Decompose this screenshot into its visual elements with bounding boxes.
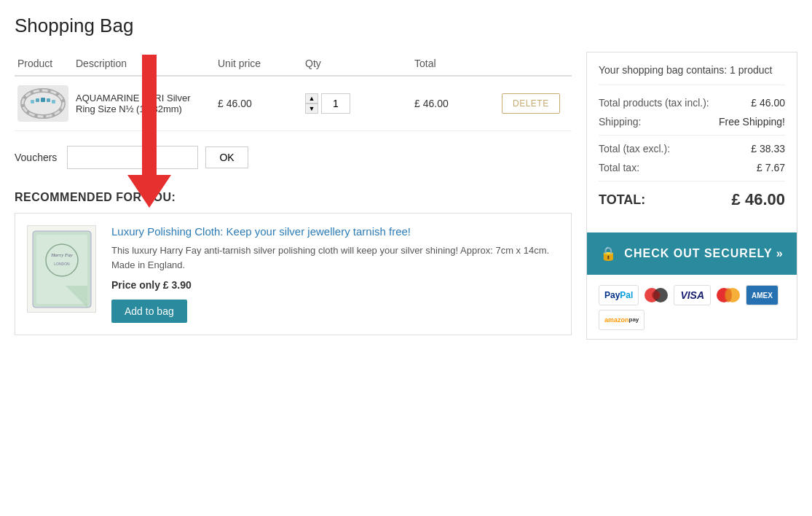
voucher-label: Vouchers bbox=[15, 152, 57, 163]
summary-value-tax: £ 7.67 bbox=[757, 162, 785, 173]
summary-value-products: £ 46.00 bbox=[751, 97, 785, 109]
col-header-description: Description bbox=[73, 52, 215, 76]
qty-input[interactable] bbox=[321, 93, 350, 114]
svg-rect-7 bbox=[41, 98, 45, 102]
product-description: AQUAMARINE LORI Silver Ring Size N½ (17.… bbox=[73, 76, 215, 131]
product-delete-cell: DELETE bbox=[499, 76, 572, 131]
col-header-qty: Qty bbox=[302, 52, 411, 76]
svg-rect-6 bbox=[36, 98, 39, 102]
checkout-button-label: CHECK OUT SECURELY » bbox=[624, 247, 783, 260]
svg-rect-8 bbox=[47, 98, 50, 102]
summary-row-products: Total products (tax incl.): £ 46.00 bbox=[599, 97, 785, 109]
page-title: Shopping Bag bbox=[15, 15, 797, 37]
svg-rect-5 bbox=[31, 100, 34, 103]
product-total: £ 46.00 bbox=[411, 76, 499, 131]
qty-arrows[interactable]: ▲ ▼ bbox=[305, 93, 318, 114]
total-value: £ 46.00 bbox=[732, 190, 785, 209]
col-header-total: Total bbox=[411, 52, 499, 76]
summary-row-tax: Total tax: £ 7.67 bbox=[599, 162, 785, 173]
delete-button[interactable]: DELETE bbox=[502, 93, 560, 114]
col-header-unit-price: Unit price bbox=[215, 52, 302, 76]
recommended-product-image: Harry Fay LONDON bbox=[27, 225, 100, 313]
summary-label-tax-excl: Total (tax excl.): bbox=[599, 143, 670, 155]
summary-value-shipping: Free Shipping! bbox=[719, 116, 785, 128]
summary-label-products: Total products (tax incl.): bbox=[599, 97, 709, 109]
col-header-action bbox=[499, 52, 572, 76]
summary-row-shipping: Shipping: Free Shipping! bbox=[599, 116, 785, 128]
svg-point-21 bbox=[725, 288, 732, 302]
maestro-icon bbox=[643, 286, 669, 304]
recommended-product-content: Luxury Polishing Cloth: Keep your silver… bbox=[111, 225, 559, 323]
qty-down-button[interactable]: ▼ bbox=[305, 103, 318, 114]
voucher-section: Vouchers OK bbox=[15, 146, 572, 169]
bag-info: Your shopping bag contains: 1 product bbox=[599, 64, 785, 85]
voucher-input[interactable] bbox=[67, 146, 198, 169]
recommended-title: RECOMMENDED FOR YOU: bbox=[15, 191, 572, 204]
visa-icon: VISA bbox=[674, 285, 711, 305]
product-image-cell bbox=[15, 76, 73, 131]
summary-label-tax: Total tax: bbox=[599, 162, 639, 173]
add-to-bag-button[interactable]: Add to bag bbox=[111, 300, 187, 323]
recommended-product-price: Price only £ 3.90 bbox=[111, 279, 559, 291]
svg-text:Harry Fay: Harry Fay bbox=[50, 252, 74, 258]
total-label: TOTAL: bbox=[599, 192, 645, 208]
voucher-ok-button[interactable]: OK bbox=[205, 146, 248, 168]
cart-table: Product Description Unit price Qty Total bbox=[15, 52, 572, 131]
summary-label-shipping: Shipping: bbox=[599, 116, 641, 128]
amex-icon: AMEX bbox=[746, 285, 779, 305]
qty-up-button[interactable]: ▲ bbox=[305, 93, 318, 103]
product-image bbox=[17, 85, 68, 122]
lock-icon: 🔒 bbox=[600, 246, 617, 262]
amazon-pay-icon: amazonpay bbox=[599, 310, 645, 330]
total-row: TOTAL: £ 46.00 bbox=[599, 190, 785, 209]
recommended-product-description: This luxury Harry Fay anti-tarnish silve… bbox=[111, 243, 559, 272]
order-summary: Your shopping bag contains: 1 product To… bbox=[586, 52, 797, 343]
table-row: AQUAMARINE LORI Silver Ring Size N½ (17.… bbox=[15, 76, 572, 131]
recommended-section: RECOMMENDED FOR YOU: Harry Fay LONDON bbox=[15, 191, 572, 335]
recommended-card: Harry Fay LONDON Luxury Polishing Cloth:… bbox=[15, 213, 572, 335]
product-qty-cell: ▲ ▼ bbox=[302, 76, 411, 131]
recommended-product-title[interactable]: Luxury Polishing Cloth: Keep your silver… bbox=[111, 225, 559, 238]
mastercard-icon bbox=[715, 286, 741, 304]
summary-row-tax-excl: Total (tax excl.): £ 38.33 bbox=[599, 143, 785, 155]
svg-rect-9 bbox=[52, 100, 55, 103]
payment-icons: PayPal VISA bbox=[587, 285, 797, 339]
paypal-icon: PayPal bbox=[599, 285, 639, 305]
product-unit-price: £ 46.00 bbox=[215, 76, 302, 131]
svg-point-18 bbox=[652, 291, 661, 300]
summary-value-tax-excl: £ 38.33 bbox=[751, 143, 785, 155]
svg-text:LONDON: LONDON bbox=[54, 262, 70, 266]
col-header-product: Product bbox=[15, 52, 73, 76]
checkout-button[interactable]: 🔒 CHECK OUT SECURELY » bbox=[587, 232, 797, 275]
